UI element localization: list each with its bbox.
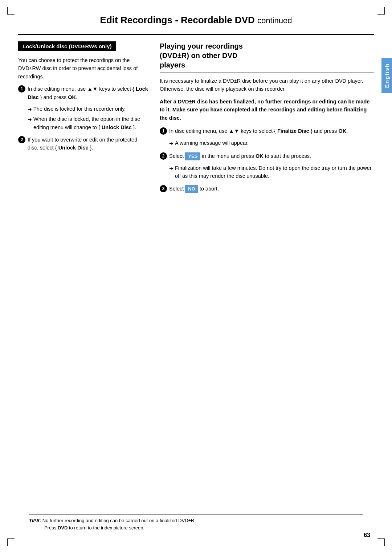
tips-label: TIPS:	[29, 518, 41, 523]
page-number: 63	[364, 532, 370, 538]
right-section-heading: Playing your recordings (DVD±R) on other…	[160, 41, 374, 73]
arrow-icon-1: ➜	[28, 106, 32, 114]
step-1-arrow-1: ➜ The disc is locked for this recorder o…	[28, 105, 149, 114]
tips-line-2: Press DVD to return to the index picture…	[44, 525, 144, 531]
no-badge: NO	[185, 185, 198, 193]
step-1-content: In disc editing menu, use ▲▼ keys to sel…	[28, 85, 149, 101]
tips-section: TIPS: No further recording and editing c…	[29, 512, 363, 531]
right-step-2-arrow: ➜ Finalization will take a few minutes. …	[169, 164, 374, 180]
page-title: Edit Recordings - Recordable DVD continu…	[18, 15, 374, 28]
main-content: Lock/Unlock disc (DVD±RWs only) You can …	[18, 41, 374, 197]
right-step-1-content: In disc editing menu, use ▲▼ keys to sel…	[169, 127, 374, 135]
step-1-arrow-2: ➜ When the disc is locked, the option in…	[28, 115, 149, 131]
left-step-1: 1 In disc editing menu, use ▲▼ keys to s…	[18, 85, 149, 101]
lock-unlock-label: Lock/Unlock disc (DVD±RWs only)	[18, 41, 116, 51]
step-2-content: If you want to overwrite or edit on the …	[28, 136, 149, 152]
yes-badge: YES	[185, 152, 200, 160]
right-step-1-arrow: ➜ A warning message will appear.	[169, 139, 374, 148]
arrow-icon-3: ➜	[169, 140, 173, 148]
right-step-3: 3 Select NO to abort.	[160, 185, 374, 193]
right-step-3-content: Select NO to abort.	[169, 185, 374, 193]
right-step-1: 1 In disc editing menu, use ▲▼ keys to s…	[160, 127, 374, 135]
right-step-num-2: 2	[160, 152, 167, 160]
right-step-num-1: 1	[160, 127, 167, 135]
right-step-2-content: Select YES in the menu and press OK to s…	[169, 152, 374, 160]
right-step-2: 2 Select YES in the menu and press OK to…	[160, 152, 374, 160]
left-intro-para: You can choose to protect the recordings…	[18, 56, 149, 81]
left-column: Lock/Unlock disc (DVD±RWs only) You can …	[18, 41, 149, 156]
tips-divider	[29, 515, 363, 515]
arrow-icon-4: ➜	[169, 165, 173, 173]
right-step-num-3: 3	[160, 185, 167, 192]
tips-line-1: No further recording and editing can be …	[42, 518, 196, 523]
bold-warning-para: After a DVD±R disc has been finalized, n…	[160, 98, 374, 122]
step-num-1: 1	[18, 85, 25, 93]
step-num-2: 2	[18, 136, 25, 143]
right-intro-para: It is necessary to finalize a DVD±R disc…	[160, 77, 374, 93]
left-step-2: 2 If you want to overwrite or edit on th…	[18, 136, 149, 152]
right-column: Playing your recordings (DVD±R) on other…	[160, 41, 374, 197]
title-divider	[18, 34, 374, 35]
arrow-icon-2: ➜	[28, 116, 32, 124]
